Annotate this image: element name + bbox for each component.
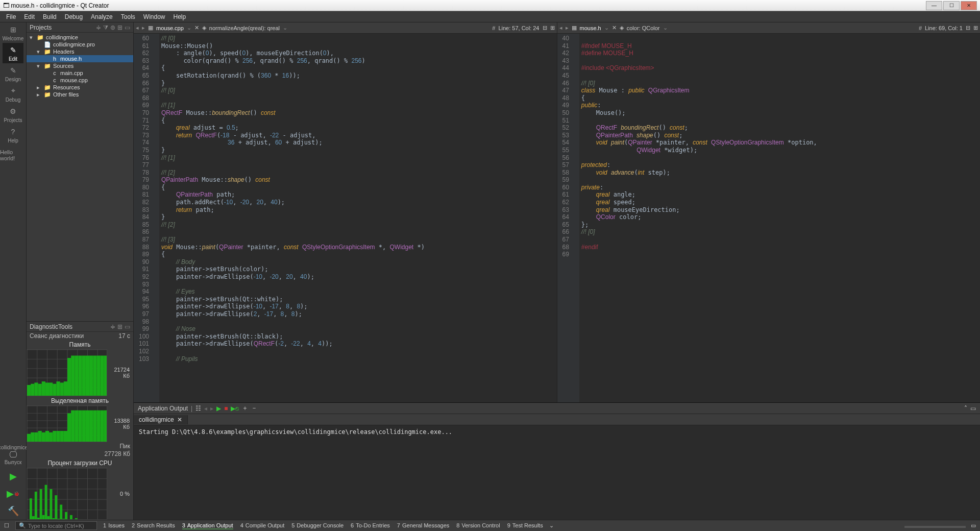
tool-run-icon[interactable]: ▶ [216,405,221,412]
symbol-dropdown-icon[interactable]: ⌄ [283,25,287,31]
split-vert-icon[interactable]: ⊞ [550,25,555,31]
maximize-button[interactable]: ☐ [943,1,960,10]
menu-edit[interactable]: Edit [20,12,39,21]
status-tab-8[interactable]: 8 Version Control [456,522,500,529]
sync-icon[interactable]: ⊚ [110,24,115,31]
menu-build[interactable]: Build [39,12,61,21]
close-button[interactable]: ✕ [961,1,977,10]
nav-back-icon[interactable]: ◂ [136,25,139,31]
code-area[interactable]: 4041424344454647484950515253545556575859… [557,34,981,402]
tree-item[interactable]: ▾📁Sources [27,62,133,69]
file-icon: 📁 [44,63,51,69]
mode-debug[interactable]: ⌖Debug [3,84,24,104]
svg-rect-35 [101,356,104,397]
svg-rect-68 [86,411,89,442]
svg-rect-52 [27,434,31,442]
tool-prev-icon[interactable]: ◂ [204,405,207,412]
file-dropdown-icon[interactable]: ⌄ [187,25,191,31]
symbol-dropdown-icon[interactable]: ⌄ [663,25,668,31]
nav-fwd-icon[interactable]: ▸ [566,25,569,31]
build-button[interactable]: 🔨 [0,502,26,520]
symbol-name[interactable]: color: QColor [627,25,660,31]
locator[interactable]: 🔍 Type to locate (Ctrl+K) [15,521,97,530]
tool-max-icon[interactable]: ▭ [970,405,976,412]
diag-dropdown-icon[interactable]: ≑ [110,323,115,330]
svg-rect-27 [71,356,75,397]
mode-edit[interactable]: ✎Edit [3,43,24,63]
status-tab-3[interactable]: 3 Application Output [182,522,233,529]
nav-fwd-icon[interactable]: ▸ [142,25,145,31]
line-input-icon[interactable]: # [919,25,922,31]
kit-selector[interactable]: collidingmice 🖵 Выпуск [0,442,26,468]
file-icon: h [51,56,58,62]
output-title: Application Output [138,405,188,412]
split-icon[interactable]: ⊞ [117,24,122,31]
status-tab-4[interactable]: 4 Compile Output [240,522,285,529]
status-tab-6[interactable]: 6 To-Do Entries [351,522,390,529]
mode-projects[interactable]: ⚙Projects [3,104,24,125]
tree-item[interactable]: cmain.cpp [27,69,133,77]
svg-rect-98 [50,489,52,520]
project-tree[interactable]: ▾📁collidingmice📄collidingmice.pro▾📁Heade… [27,33,133,99]
mode-help[interactable]: ?Help [3,125,24,145]
menubar: FileEditBuildDebugAnalyzeToolsWindowHelp [0,11,980,22]
output-tab[interactable]: collidingmice ✕ [134,415,188,424]
menu-help[interactable]: Help [169,12,190,21]
close-tab-icon[interactable]: ✕ [177,416,182,423]
mode-welcome[interactable]: ⊞Welcome [3,22,24,43]
filter-icon[interactable]: ≑ [96,24,101,31]
app-icon: 🗔 [3,2,9,9]
tree-item[interactable]: cmouse.cpp [27,77,133,84]
mode-design[interactable]: ✎Design [3,63,24,84]
line-input-icon[interactable]: # [492,25,495,31]
file-icon: c [51,70,58,76]
output-text: Starting D:\Qt\4.8.6\examples\graphicsvi… [134,425,980,520]
split-horiz-icon[interactable]: ⊟ [966,25,970,31]
tree-item[interactable]: hmouse.h [27,55,133,62]
status-tab-7[interactable]: 7 General Messages [397,522,449,529]
tool-next-icon[interactable]: ▸ [210,405,213,412]
menu-tools[interactable]: Tools [117,12,139,21]
code-area[interactable]: 6061626364656667686970717273747576777879… [134,34,557,402]
file-name[interactable]: mouse.cpp [156,25,184,31]
symbol-name[interactable]: normalizeAngle(qreal): qreal [209,25,280,31]
minimize-button[interactable]: — [926,1,942,10]
tool-up-icon[interactable]: ˄ [964,405,967,412]
status-tab-2[interactable]: 2 Search Results [132,522,175,529]
menu-window[interactable]: Window [139,12,169,21]
file-name[interactable]: mouse.h [580,25,601,31]
menu-debug[interactable]: Debug [61,12,87,21]
run-button[interactable]: ▶ [0,468,26,485]
status-tab-5[interactable]: 5 Debugger Console [291,522,344,529]
tool-filter-icon[interactable]: ☷ [195,405,201,412]
tree-item[interactable]: ▾📁collidingmice [27,34,133,41]
file-dropdown-icon[interactable]: ⌄ [604,25,609,31]
status-tab-1[interactable]: 1 Issues [103,522,125,529]
tool-add-icon[interactable]: ＋ [242,404,248,413]
split-vert-icon[interactable]: ⊞ [973,25,978,31]
tree-item[interactable]: ▸📁Other files [27,91,133,98]
filter-icon-2[interactable]: ⧩ [103,24,108,31]
tree-item[interactable]: 📄collidingmice.pro [27,41,133,48]
tree-item[interactable]: ▾📁Headers [27,48,133,55]
close-file-icon[interactable]: ✕ [612,25,617,31]
close-file-icon[interactable]: ✕ [194,25,199,31]
tool-attach-icon[interactable]: ▶⎋ [231,405,239,412]
window-title: mouse.h - collidingmice - Qt Creator [11,2,109,9]
split-horiz-icon[interactable]: ⊟ [543,25,547,31]
tool-remove-icon[interactable]: － [251,404,257,413]
svg-rect-54 [34,432,38,442]
status-dropdown-icon[interactable]: ⌄ [549,522,554,529]
status-tab-9[interactable]: 9 Test Results [507,522,543,529]
run-debug-button[interactable]: ▶🐞 [0,485,26,502]
menu-analyze[interactable]: Analyze [87,12,117,21]
menu-file[interactable]: File [2,12,20,21]
close-panel-icon[interactable]: ▭ [125,24,130,31]
diag-close-icon[interactable]: ▭ [125,323,130,330]
diag-split-icon[interactable]: ⊞ [117,323,122,330]
close-progress-icon[interactable]: ▭ [971,522,976,529]
tool-stop-icon[interactable]: ■ [224,405,228,412]
tree-item[interactable]: ▸📁Resources [27,84,133,91]
nav-back-icon[interactable]: ◂ [559,25,562,31]
sidebar-toggle-icon[interactable]: ☐ [4,522,9,529]
